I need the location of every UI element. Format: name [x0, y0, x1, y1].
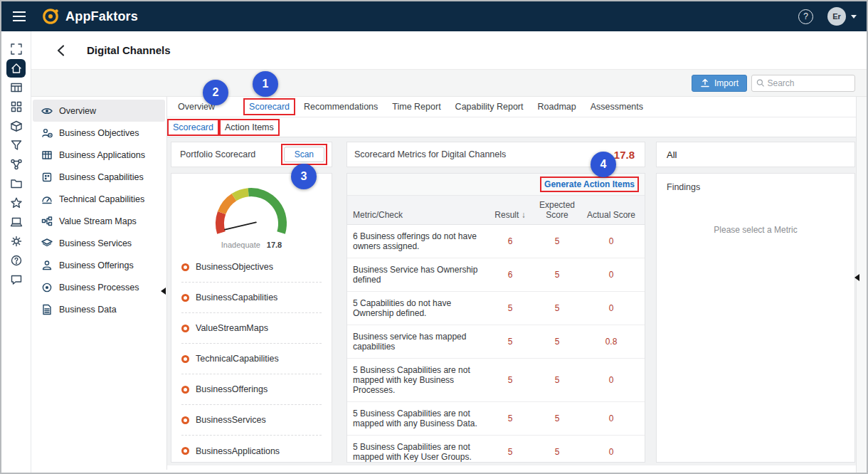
processes-icon — [41, 282, 53, 293]
sidebar-item-label: Technical Capabilities — [59, 194, 144, 204]
result-value: 5 — [489, 337, 531, 347]
tab-time-report[interactable]: Time Report — [392, 102, 440, 112]
metric-text: 6 Business offerings do not have owners … — [353, 231, 489, 251]
metrics-title: Scorecard Metrics for Digital Channels — [354, 149, 506, 159]
table-row[interactable]: 6 Business offerings do not have owners … — [347, 225, 645, 258]
result-value: 5 — [489, 303, 531, 313]
brand: AppFaktors — [41, 7, 138, 26]
list-item[interactable]: BusinessOfferings — [181, 374, 322, 405]
import-label: Import — [714, 78, 739, 88]
back-button[interactable] — [55, 44, 67, 57]
list-item[interactable]: BusinessObjectives — [181, 252, 322, 283]
list-item[interactable]: ValueStreamMaps — [181, 313, 322, 344]
page-title: Digital Channels — [87, 44, 171, 56]
table-row[interactable]: 5 Business Capabilities are not mapped w… — [347, 436, 645, 463]
sidebar-item-business-objectives[interactable]: Business Objectives — [33, 122, 165, 144]
tab-roadmap[interactable]: Roadmap — [538, 102, 576, 112]
help-circle-icon[interactable] — [6, 251, 26, 270]
column-header-result[interactable]: Result ↓ — [489, 210, 531, 220]
user-menu[interactable]: Er — [827, 7, 857, 26]
result-value: 5 — [489, 447, 531, 457]
table-row[interactable]: 5 Business Capabilities are not mapped w… — [347, 359, 645, 402]
portfolio-sidebar: Overview Business Objectives Business Ap… — [33, 100, 165, 320]
portfolio-scorecard-header: Portfolio Scorecard Scan — [171, 142, 332, 167]
objectives-icon — [41, 127, 53, 139]
category-dot-icon — [181, 386, 189, 394]
table-row[interactable]: Business Service has Ownership defined65… — [347, 258, 645, 292]
sidebar-item-business-capabilities[interactable]: Business Capabilities — [33, 166, 165, 188]
sidebar-item-technical-capabilities[interactable]: Technical Capabilities — [33, 188, 165, 210]
sidebar-item-overview[interactable]: Overview — [33, 100, 165, 122]
category-dot-icon — [181, 294, 189, 302]
expected-value: 5 — [531, 414, 583, 423]
generate-action-items-button[interactable]: Generate Action Items — [544, 179, 635, 189]
sidebar-item-business-applications[interactable]: Business Applications — [33, 144, 165, 166]
laptop-icon[interactable] — [6, 213, 26, 231]
search-box[interactable] — [751, 75, 855, 92]
tab-recommendations[interactable]: Recommendations — [304, 102, 378, 112]
help-icon[interactable]: ? — [798, 9, 813, 24]
tab-scorecard[interactable]: Scorecard — [249, 102, 290, 112]
sidebar-item-label: Business Offerings — [59, 260, 134, 270]
annotation-highlight-2: Scorecard — [167, 119, 219, 136]
table-row[interactable]: 5 Business Capabilities are not mapped w… — [347, 402, 645, 436]
metric-text: 5 Business Capabilities are not mapped w… — [353, 409, 489, 428]
table-icon[interactable] — [6, 78, 26, 97]
star-icon[interactable] — [6, 194, 26, 212]
offerings-icon — [41, 260, 53, 271]
metrics-score: 17.8 — [614, 149, 635, 161]
metric-text: 5 Business Capabilities are not mapped w… — [353, 442, 489, 462]
sidebar-collapse-handle[interactable] — [161, 288, 166, 295]
apps-grid-icon[interactable] — [6, 98, 26, 116]
hamburger-menu-icon[interactable] — [13, 16, 26, 17]
list-item[interactable]: TechnicalCapabilities — [181, 344, 322, 374]
expand-icon[interactable] — [6, 40, 26, 58]
portfolio-scorecard-title: Portfolio Scorecard — [180, 149, 255, 159]
panel-collapse-handle[interactable] — [854, 274, 859, 281]
result-value: 5 — [489, 375, 531, 385]
findings-filter[interactable]: All — [656, 142, 855, 167]
scan-button[interactable]: Scan — [284, 147, 324, 162]
findings-title: Findings — [657, 174, 854, 192]
metric-text: Business Service has Ownership defined — [353, 265, 489, 285]
list-item[interactable]: BusinessCapabilities — [181, 283, 322, 313]
annotation-highlight-1: Scorecard — [243, 98, 295, 115]
package-icon[interactable] — [6, 117, 26, 135]
avatar[interactable]: Er — [827, 7, 846, 26]
gear-icon[interactable] — [6, 232, 26, 251]
feedback-chat-icon[interactable] — [6, 270, 26, 289]
metrics-panel: Generate Action Items Metric/Check Resul… — [346, 173, 645, 463]
subtab-scorecard[interactable]: Scorecard — [173, 122, 213, 132]
expected-value: 5 — [531, 270, 583, 280]
upload-icon — [700, 78, 710, 88]
toolbar: Import — [31, 69, 867, 97]
table-row[interactable]: 5 Capabilities do not have Ownership def… — [347, 292, 645, 325]
funnel-icon[interactable] — [6, 136, 26, 154]
list-item[interactable]: BusinessApplications — [181, 436, 322, 463]
import-button[interactable]: Import — [692, 75, 747, 92]
sidebar-item-business-processes[interactable]: Business Processes — [33, 276, 165, 298]
sidebar-item-business-offerings[interactable]: Business Offerings — [33, 254, 165, 276]
workflow-icon[interactable] — [6, 155, 26, 174]
home-icon[interactable] — [6, 59, 26, 78]
sidebar-item-value-stream-maps[interactable]: Value Stream Maps — [33, 210, 165, 232]
applications-icon — [41, 149, 53, 161]
vertical-scrollbar[interactable] — [856, 97, 867, 473]
page-header: Digital Channels — [31, 31, 867, 69]
list-item[interactable]: BusinessServices — [181, 405, 322, 436]
actual-value: 0.8 — [583, 337, 639, 347]
sidebar-item-business-services[interactable]: Business Services — [33, 232, 165, 254]
expected-value: 5 — [531, 375, 583, 385]
expected-value: 5 — [531, 303, 583, 313]
actual-value: 0 — [583, 375, 639, 385]
value-stream-maps-icon — [41, 216, 53, 227]
sidebar-item-business-data[interactable]: Business Data — [33, 298, 165, 320]
search-input[interactable] — [767, 78, 850, 88]
subtab-action-items[interactable]: Action Items — [225, 122, 274, 132]
folder-icon[interactable] — [6, 174, 26, 193]
column-header-expected-score: Expected Score — [531, 200, 583, 220]
tab-assessments[interactable]: Assessments — [591, 102, 643, 112]
category-label: BusinessApplications — [196, 446, 280, 456]
table-row[interactable]: Business service has mapped capabilities… — [347, 325, 645, 359]
tab-capability-report[interactable]: Capability Report — [455, 102, 524, 112]
